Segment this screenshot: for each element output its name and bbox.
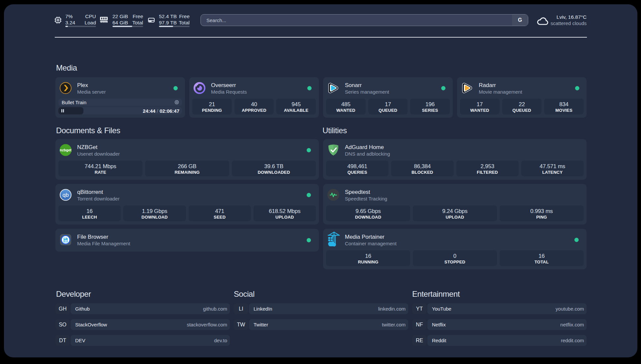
svg-text:nzbget: nzbget: [60, 148, 72, 152]
svg-text:qb: qb: [63, 192, 69, 198]
